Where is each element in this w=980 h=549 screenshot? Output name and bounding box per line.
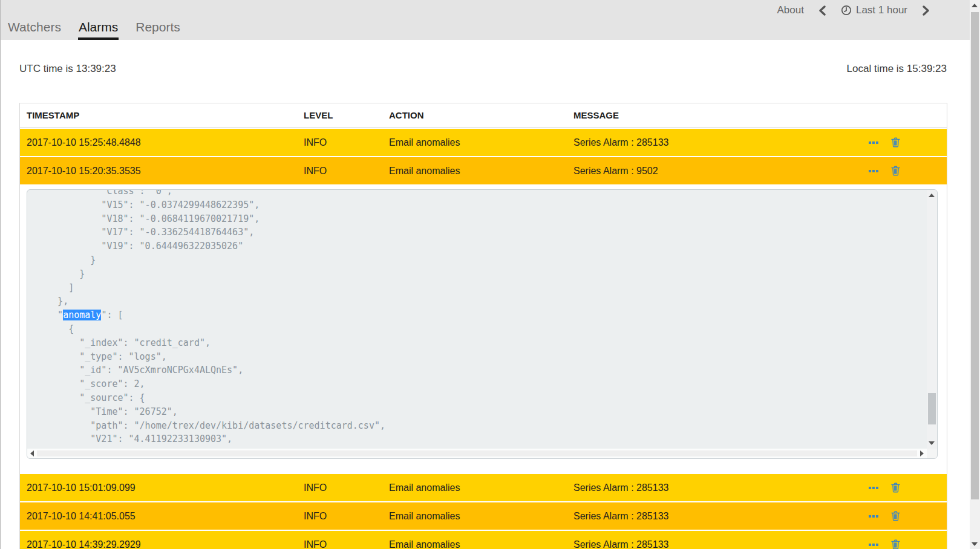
- cell-level: INFO: [304, 166, 389, 177]
- alarm-detail-panel: "Class": "0", "V15": "-0.037429944862239…: [20, 184, 947, 473]
- cell-action: Email anomalies: [389, 166, 573, 177]
- json-vertical-scrollbar[interactable]: [927, 190, 937, 449]
- trash-icon: [891, 511, 900, 521]
- more-actions-icon[interactable]: [869, 487, 878, 489]
- scroll-right-icon[interactable]: [920, 450, 924, 456]
- column-header-timestamp: TIMESTAMP: [27, 110, 304, 120]
- json-horizontal-scrollbar[interactable]: [27, 449, 927, 458]
- more-actions-icon[interactable]: [869, 170, 878, 172]
- cell-level: INFO: [304, 137, 389, 148]
- trash-icon: [891, 539, 900, 549]
- page-scroll-thumb[interactable]: [971, 12, 979, 499]
- local-time-label: Local time is 15:39:23: [847, 63, 947, 75]
- horizontal-scroll-thumb[interactable]: [37, 450, 917, 456]
- chevron-right-icon: [922, 5, 930, 16]
- table-row-expanded[interactable]: 2017-10-10 15:20:35.3535 INFO Email anom…: [20, 157, 947, 184]
- cell-message: Series Alarm : 285133: [573, 539, 856, 549]
- utc-time-label: UTC time is 13:39:23: [19, 63, 116, 75]
- tab-watchers[interactable]: Watchers: [7, 20, 62, 40]
- more-actions-icon[interactable]: [869, 544, 878, 546]
- clock-icon: [841, 5, 852, 16]
- top-tab-bar: Watchers Alarms Reports About Last 1 hou…: [1, 0, 970, 40]
- utility-bar: About Last 1 hour: [777, 4, 930, 16]
- json-selected-text: anomaly: [63, 310, 101, 320]
- cell-timestamp: 2017-10-10 15:25:48.4848: [27, 137, 304, 148]
- cell-message: Series Alarm : 285133: [573, 137, 856, 148]
- delete-alarm-button[interactable]: [891, 539, 900, 549]
- cell-timestamp: 2017-10-10 14:39:29.2929: [27, 539, 304, 549]
- main-tabs: Watchers Alarms Reports: [7, 20, 181, 40]
- time-range-label: Last 1 hour: [856, 4, 907, 16]
- json-before-selection: "Class": "0", "V15": "-0.037429944862239…: [36, 190, 260, 320]
- table-header-row: TIMESTAMP LEVEL ACTION MESSAGE: [20, 103, 947, 128]
- tab-reports[interactable]: Reports: [135, 20, 181, 40]
- sentinl-alarms-page: Watchers Alarms Reports About Last 1 hou…: [0, 0, 980, 549]
- cell-level: INFO: [304, 511, 389, 522]
- scroll-left-icon[interactable]: [30, 450, 34, 456]
- column-header-message: MESSAGE: [573, 110, 856, 120]
- delete-alarm-button[interactable]: [891, 482, 900, 493]
- delete-alarm-button[interactable]: [891, 137, 900, 148]
- table-row[interactable]: 2017-10-10 15:25:48.4848 INFO Email anom…: [20, 129, 947, 156]
- delete-alarm-button[interactable]: [891, 511, 900, 521]
- vertical-scroll-thumb[interactable]: [928, 393, 936, 424]
- tab-alarms[interactable]: Alarms: [78, 20, 119, 40]
- alarms-content: UTC time is 13:39:23 Local time is 15:39…: [1, 40, 970, 549]
- scrollbar-corner: [927, 449, 937, 458]
- page-scrollbar[interactable]: [970, 0, 980, 549]
- trash-icon: [891, 482, 900, 493]
- cell-timestamp: 2017-10-10 15:01:09.099: [27, 482, 304, 493]
- alarms-table: TIMESTAMP LEVEL ACTION MESSAGE 2017-10-1…: [19, 103, 947, 549]
- cell-action: Email anomalies: [389, 482, 573, 493]
- time-range-forward-button[interactable]: [922, 5, 930, 16]
- page-scroll-down-icon[interactable]: [972, 542, 978, 546]
- time-range-back-button[interactable]: [818, 5, 826, 16]
- alarm-json-block: "Class": "0", "V15": "-0.037429944862239…: [27, 189, 938, 459]
- page-scroll-up-icon[interactable]: [972, 4, 978, 7]
- table-row[interactable]: 2017-10-10 14:41:05.055 INFO Email anoma…: [20, 502, 947, 530]
- cell-message: Series Alarm : 285133: [573, 511, 856, 522]
- column-header-level: LEVEL: [304, 110, 389, 120]
- json-after-selection: ": [ { "_index": "credit_card", "_type":…: [36, 310, 385, 444]
- cell-level: INFO: [304, 482, 389, 493]
- cell-timestamp: 2017-10-10 14:41:05.055: [27, 511, 304, 522]
- time-info-row: UTC time is 13:39:23 Local time is 15:39…: [19, 63, 947, 75]
- scroll-down-icon[interactable]: [929, 441, 935, 445]
- cell-message: Series Alarm : 9502: [573, 166, 856, 177]
- delete-alarm-button[interactable]: [891, 166, 900, 176]
- more-actions-icon[interactable]: [869, 515, 878, 518]
- scroll-up-icon[interactable]: [929, 193, 935, 197]
- cell-action: Email anomalies: [389, 137, 573, 148]
- table-row[interactable]: 2017-10-10 15:01:09.099 INFO Email anoma…: [20, 474, 947, 501]
- column-header-action: ACTION: [389, 110, 573, 120]
- alarm-json-text[interactable]: "Class": "0", "V15": "-0.037429944862239…: [27, 190, 927, 446]
- more-actions-icon[interactable]: [869, 141, 878, 144]
- cell-message: Series Alarm : 285133: [573, 482, 856, 493]
- cell-timestamp: 2017-10-10 15:20:35.3535: [27, 166, 304, 177]
- cell-action: Email anomalies: [389, 511, 573, 522]
- chevron-left-icon: [818, 5, 826, 16]
- table-row[interactable]: 2017-10-10 14:39:29.2929 INFO Email anom…: [20, 531, 947, 549]
- about-link[interactable]: About: [777, 4, 804, 16]
- cell-level: INFO: [304, 539, 389, 549]
- trash-icon: [891, 137, 900, 148]
- time-range-button[interactable]: Last 1 hour: [841, 4, 907, 16]
- cell-action: Email anomalies: [389, 539, 573, 549]
- trash-icon: [891, 166, 900, 176]
